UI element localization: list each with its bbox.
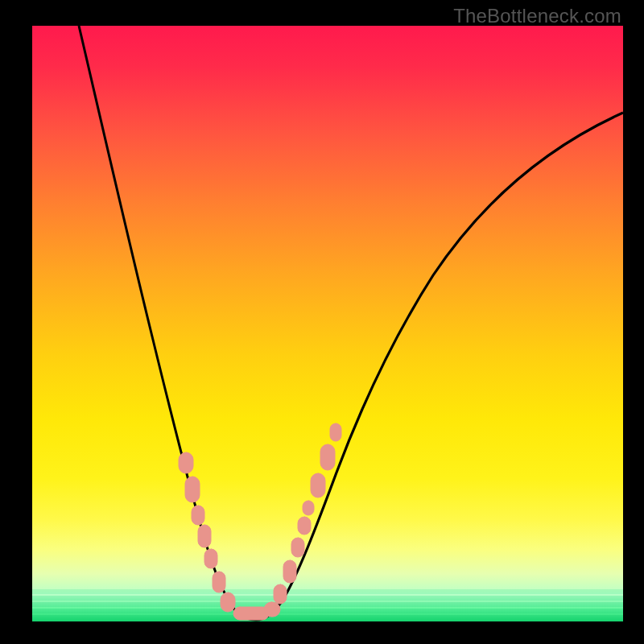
svg-rect-8 <box>192 506 204 525</box>
svg-rect-21 <box>320 444 335 470</box>
svg-rect-7 <box>185 477 200 502</box>
svg-rect-12 <box>221 592 235 612</box>
curve-layer <box>32 26 623 621</box>
svg-rect-18 <box>298 517 311 535</box>
bottleneck-curve-right <box>256 113 623 620</box>
svg-rect-9 <box>198 525 211 547</box>
svg-rect-10 <box>204 549 217 568</box>
svg-rect-20 <box>311 473 325 497</box>
svg-rect-19 <box>303 501 314 515</box>
svg-rect-11 <box>213 572 225 592</box>
svg-rect-6 <box>179 452 193 473</box>
svg-rect-16 <box>283 560 296 583</box>
svg-rect-14 <box>264 602 280 617</box>
bottleneck-curve-left <box>79 26 256 620</box>
watermark-text: TheBottleneck.com <box>453 5 621 27</box>
svg-rect-15 <box>274 584 287 604</box>
plot-area <box>32 26 623 621</box>
svg-rect-13 <box>233 607 269 620</box>
svg-rect-17 <box>291 538 304 557</box>
chart-frame: TheBottleneck.com <box>0 0 644 644</box>
svg-rect-22 <box>330 423 341 441</box>
